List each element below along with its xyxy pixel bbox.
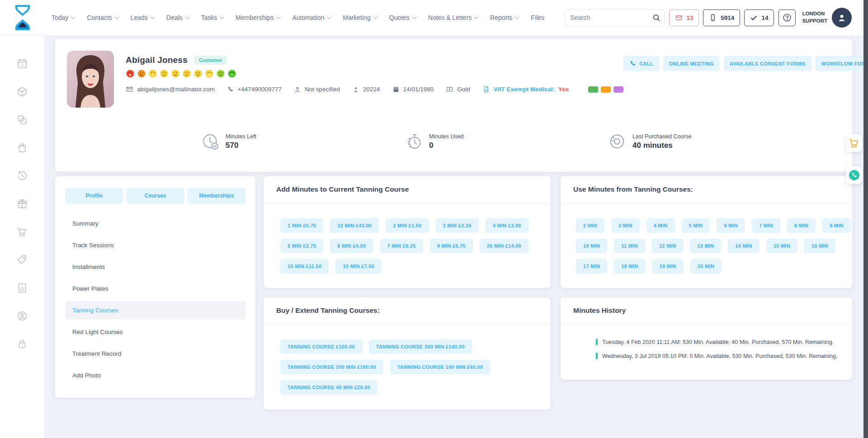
add-minutes-pill[interactable]: 3 MIN £2.25 bbox=[436, 218, 479, 233]
scrollbar[interactable] bbox=[863, 0, 868, 438]
nav-item-files[interactable]: Files bbox=[531, 14, 544, 21]
copy-icon[interactable] bbox=[16, 114, 28, 126]
nav-item-reports[interactable]: Reports bbox=[490, 14, 519, 21]
mail-counter-badge[interactable]: 13 bbox=[669, 9, 699, 26]
add-minutes-pill[interactable]: 20 MIN £14.00 bbox=[480, 239, 528, 253]
mood-face-1-icon[interactable] bbox=[126, 69, 135, 78]
menu-item-track-sessions[interactable]: Track Sessions bbox=[65, 236, 245, 254]
add-minutes-pill[interactable]: 7 MIN £5.25 bbox=[380, 239, 423, 253]
nav-item-memberships[interactable]: Memberships bbox=[236, 14, 280, 21]
icon-rail: 12 bbox=[0, 35, 44, 438]
use-minutes-pill[interactable]: 3 MIN bbox=[611, 218, 640, 233]
add-minutes-pill[interactable]: 2 MIN £1.50 bbox=[386, 218, 429, 233]
color-tags bbox=[588, 86, 623, 93]
panel-tabs: ProfileCoursesMemberships bbox=[65, 188, 245, 203]
mood-face-10-icon[interactable] bbox=[227, 69, 236, 78]
add-minutes-pill[interactable]: 1 MIN £0.75 bbox=[280, 218, 323, 233]
menu-item-installments[interactable]: Installments bbox=[65, 258, 245, 276]
buy-course-pill[interactable]: TANNING COURSE £100.00 bbox=[280, 339, 362, 354]
available-consent-forms-button[interactable]: AVAILABLE CONSENT FORMS bbox=[724, 56, 811, 71]
buy-course-pill[interactable]: TANNING COURSE 40 MIN £25.00 bbox=[280, 380, 377, 395]
mood-face-4-icon[interactable] bbox=[160, 69, 169, 78]
tab-profile[interactable]: Profile bbox=[65, 188, 123, 203]
use-minutes-pill[interactable]: 5 MIN bbox=[682, 218, 710, 233]
buy-course-pill[interactable]: TANNING COURSE 100 MIN £60.00 bbox=[390, 360, 490, 374]
cart-icon[interactable] bbox=[16, 226, 28, 238]
contact-abigailjones-mailinator-com[interactable]: abigailjones@mailinator.com bbox=[126, 85, 215, 93]
use-minutes-pill[interactable]: 4 MIN bbox=[646, 218, 675, 233]
mood-face-2-icon[interactable] bbox=[137, 69, 146, 78]
menu-item-add-photo[interactable]: Add Photo bbox=[65, 366, 245, 385]
use-minutes-pill[interactable]: 18 MIN bbox=[614, 259, 645, 273]
add-minutes-pill[interactable]: 6 MIN £4.50 bbox=[330, 239, 373, 253]
menu-item-treatment-record[interactable]: Treatment Record bbox=[65, 344, 245, 363]
add-minutes-pill[interactable]: 10 MIN £7.50 bbox=[335, 259, 382, 273]
mood-face-7-icon[interactable] bbox=[193, 69, 203, 78]
call-button[interactable]: CALL bbox=[623, 56, 659, 71]
use-minutes-pill[interactable]: 9 MIN bbox=[822, 218, 851, 233]
mood-face-6-icon[interactable] bbox=[182, 69, 191, 78]
mood-face-8-icon[interactable] bbox=[205, 69, 214, 78]
mood-face-3-icon[interactable] bbox=[148, 69, 157, 78]
add-minutes-pill[interactable]: 4 MIN £3.00 bbox=[486, 218, 528, 233]
floating-cart-button[interactable] bbox=[846, 134, 862, 152]
use-minutes-pill[interactable]: 13 MIN bbox=[690, 239, 721, 253]
online-meeting-button[interactable]: ONLINE MEETING bbox=[663, 56, 720, 71]
nav-item-deals[interactable]: Deals bbox=[166, 14, 189, 21]
use-minutes-pill[interactable]: 17 MIN bbox=[576, 259, 607, 273]
lock-icon[interactable] bbox=[16, 338, 28, 350]
nav-item-quotes[interactable]: Quotes bbox=[389, 14, 416, 21]
menu-item-summary[interactable]: Summary bbox=[65, 214, 245, 233]
use-minutes-pill[interactable]: 16 MIN bbox=[804, 239, 835, 253]
gift-icon[interactable] bbox=[16, 198, 28, 210]
use-minutes-pill[interactable]: 11 MIN bbox=[614, 239, 645, 253]
use-minutes-pill[interactable]: 2 MIN bbox=[576, 218, 604, 233]
mood-face-5-icon[interactable] bbox=[171, 69, 180, 78]
package-icon[interactable] bbox=[16, 86, 28, 98]
menu-item-tanning-courses[interactable]: Tanning Courses bbox=[65, 301, 245, 320]
search-icon[interactable] bbox=[652, 13, 661, 22]
shopping-bag-icon[interactable] bbox=[16, 142, 28, 154]
use-minutes-pill[interactable]: 6 MIN bbox=[717, 218, 745, 233]
use-minutes-pill[interactable]: 20 MIN bbox=[690, 259, 722, 273]
add-minutes-pill[interactable]: 22 MIN £43.00 bbox=[330, 218, 379, 233]
add-minutes-pill[interactable]: 15 MIN £11.50 bbox=[280, 259, 329, 273]
use-minutes-pill[interactable]: 19 MIN bbox=[652, 259, 684, 273]
nav-item-marketing[interactable]: Marketing bbox=[343, 14, 377, 21]
use-minutes-pill[interactable]: 15 MIN bbox=[766, 239, 797, 253]
check-counter-badge[interactable]: 14 bbox=[744, 9, 774, 26]
calendar-icon[interactable]: 12 bbox=[16, 58, 28, 70]
tab-memberships[interactable]: Memberships bbox=[188, 188, 245, 203]
history-icon[interactable] bbox=[16, 170, 28, 182]
nav-item-contacts[interactable]: Contacts bbox=[87, 14, 118, 21]
use-minutes-pill[interactable]: 7 MIN bbox=[752, 218, 780, 233]
use-minutes-pill[interactable]: 10 MIN bbox=[576, 239, 607, 253]
tab-courses[interactable]: Courses bbox=[126, 188, 184, 203]
menu-item-red-light-courses[interactable]: Red Light Courses bbox=[65, 323, 245, 341]
account-time-icon[interactable] bbox=[16, 310, 28, 322]
contact-447490009777[interactable]: +447490009777 bbox=[227, 86, 282, 93]
nav-item-automation[interactable]: Automation bbox=[292, 14, 330, 21]
buy-course-pill[interactable]: TANNING COURSE 200 MIN £100.00 bbox=[280, 360, 383, 374]
search-input[interactable] bbox=[570, 14, 652, 21]
workflow-form-button[interactable]: WORKFLOW FORM bbox=[816, 56, 868, 71]
mood-face-9-icon[interactable] bbox=[216, 69, 225, 78]
nav-item-today[interactable]: Today bbox=[52, 14, 75, 21]
help-button[interactable] bbox=[778, 9, 796, 26]
add-minutes-pill[interactable]: 9 MIN £6.75 bbox=[430, 239, 473, 253]
add-minutes-pill[interactable]: 5 MIN £3.75 bbox=[280, 239, 323, 253]
smartphone-counter-badge[interactable]: 5914 bbox=[703, 9, 740, 26]
user-avatar[interactable] bbox=[832, 8, 852, 28]
menu-item-power-plates[interactable]: Power Plates bbox=[65, 279, 245, 298]
use-minutes-pill[interactable]: 8 MIN bbox=[787, 218, 816, 233]
app-logo[interactable] bbox=[11, 4, 34, 32]
nav-item-tasks[interactable]: Tasks bbox=[201, 14, 224, 21]
price-tag-icon[interactable] bbox=[16, 254, 28, 266]
nav-item-leads[interactable]: Leads bbox=[131, 14, 154, 21]
report-icon[interactable] bbox=[16, 282, 28, 294]
buy-course-pill[interactable]: TANNING COURSE 300 MIN £140.00 bbox=[369, 339, 472, 354]
use-minutes-pill[interactable]: 14 MIN bbox=[728, 239, 759, 253]
use-minutes-pill[interactable]: 12 MIN bbox=[652, 239, 683, 253]
nav-item-notes-letters[interactable]: Notes & Letters bbox=[428, 14, 478, 21]
floating-phone-button[interactable] bbox=[846, 166, 862, 184]
